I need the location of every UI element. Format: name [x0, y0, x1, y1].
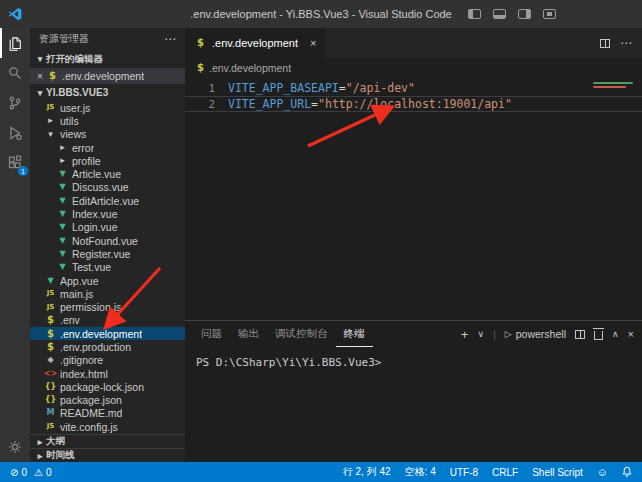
source-control-icon[interactable]	[0, 88, 30, 118]
close-panel-icon[interactable]: ×	[628, 329, 634, 340]
tree-item-Article.vue[interactable]: ▼Article.vue	[30, 167, 185, 180]
md-file-icon: M	[44, 409, 57, 417]
extensions-icon[interactable]: 1	[0, 148, 30, 178]
split-terminal-icon[interactable]	[575, 330, 585, 339]
bottom-panel: 问题输出调试控制台终端 + ∨ | ▷ powershell ∧ ×	[185, 320, 642, 462]
shell-selector[interactable]: ▷ powershell	[505, 328, 566, 340]
tree-item-error[interactable]: ▸error	[30, 141, 185, 154]
settings-gear-icon[interactable]	[0, 432, 30, 462]
tree-item-NotFound.vue[interactable]: ▼NotFound.vue	[30, 234, 185, 247]
tree-item-EditArticle.vue[interactable]: ▼EditArticle.vue	[30, 194, 185, 207]
close-icon[interactable]: ×	[310, 37, 316, 49]
git-file-icon: ◆	[44, 356, 57, 364]
timeline-section[interactable]: ▸ 时间线	[30, 448, 185, 462]
tree-item-README.md[interactable]: MREADME.md	[30, 407, 185, 420]
panel-tab-调试控制台[interactable]: 调试控制台	[267, 321, 336, 347]
status-item[interactable]: 行 2, 列 42	[343, 465, 391, 479]
tree-item-App.vue[interactable]: ▼App.vue	[30, 274, 185, 287]
panel-tab-终端[interactable]: 终端	[336, 321, 373, 347]
tree-item-.env.development[interactable]: $.env.development	[30, 327, 185, 340]
tree-item-main.js[interactable]: JSmain.js	[30, 287, 185, 300]
powershell-icon: ▷	[505, 329, 512, 339]
chevron-right-icon: ▸	[44, 116, 57, 125]
tab-env-development[interactable]: $ .env.development ×	[185, 28, 325, 58]
js-file-icon: JS	[44, 104, 57, 111]
workbench: 1 资源管理器 ⋯ ▾ 打开的编辑器 × $ .env.development	[0, 28, 642, 462]
panel-tab-问题[interactable]: 问题	[193, 321, 230, 347]
tree-item-.env.production[interactable]: $.env.production	[30, 340, 185, 353]
layout-controls	[468, 9, 642, 19]
minimap[interactable]	[593, 82, 637, 90]
open-editor-item[interactable]: × $ .env.development	[30, 68, 185, 84]
tree-item-label: .env	[60, 314, 80, 326]
env-key: VITE_APP_URL	[228, 97, 311, 111]
feedback-smiley-icon[interactable]: ☺	[597, 466, 608, 478]
tree-item-label: index.html	[60, 368, 108, 380]
tree-item-label: vite.config.js	[60, 421, 118, 433]
project-header[interactable]: ▾ YI.BBS.VUE3	[30, 84, 185, 101]
tree-item-Index.vue[interactable]: ▼Index.vue	[30, 207, 185, 220]
open-editors-label: 打开的编辑器	[46, 53, 103, 66]
tree-item-profile[interactable]: ▸profile	[30, 154, 185, 167]
chevron-down-icon: ▾	[34, 54, 46, 64]
tree-item-permission.js[interactable]: JSpermission.js	[30, 300, 185, 313]
panel-tab-输出[interactable]: 输出	[230, 321, 267, 347]
status-item[interactable]: CRLF	[492, 467, 518, 478]
env-value: "/api-dev"	[346, 81, 415, 95]
outline-section[interactable]: ▸ 大纲	[30, 434, 185, 448]
code-line-1[interactable]: 1 VITE_APP_BASEAPI="/api-dev"	[185, 80, 642, 96]
toggle-secondary-sidebar-icon[interactable]	[518, 9, 531, 19]
tree-item-user.js[interactable]: JSuser.js	[30, 101, 185, 114]
js-file-icon: JS	[44, 304, 57, 311]
status-item[interactable]: UTF-8	[450, 467, 478, 478]
search-icon[interactable]	[0, 58, 30, 88]
tree-item-views[interactable]: ▾views	[30, 128, 185, 141]
toggle-primary-sidebar-icon[interactable]	[468, 9, 481, 19]
maximize-panel-icon[interactable]: ∧	[612, 330, 619, 339]
extensions-badge: 1	[18, 166, 28, 176]
env-file-icon: $	[44, 342, 57, 352]
split-editor-icon[interactable]	[600, 39, 610, 48]
more-actions-icon[interactable]: ⋯	[620, 37, 632, 49]
problems-status[interactable]: ⊘ 0 ⚠ 0	[10, 467, 51, 478]
tree-item-.env[interactable]: $.env	[30, 314, 185, 327]
more-actions-icon[interactable]: ⋯	[164, 33, 176, 45]
minimap-line-1	[593, 82, 633, 84]
run-debug-icon[interactable]	[0, 118, 30, 148]
tree-item-package-lock.json[interactable]: {}package-lock.json	[30, 380, 185, 393]
terminal-output[interactable]: PS D:\CSharp\Yi\Yi.BBS.Vue3>	[185, 347, 642, 462]
status-items: 行 2, 列 42空格: 4UTF-8CRLFShell Script	[343, 465, 583, 479]
tree-item-label: Discuss.vue	[72, 181, 129, 193]
chevron-right-icon: ▸	[34, 451, 46, 461]
open-editors-header[interactable]: ▾ 打开的编辑器	[30, 50, 185, 68]
tree-item-Discuss.vue[interactable]: ▼Discuss.vue	[30, 181, 185, 194]
code-line-2[interactable]: 2 VITE_APP_URL="http://localhost:19001/a…	[185, 96, 642, 112]
vue-file-icon: ▼	[56, 263, 69, 271]
status-item[interactable]: 空格: 4	[405, 465, 436, 479]
tree-item-label: main.js	[60, 288, 93, 300]
tree-item-.gitignore[interactable]: ◆.gitignore	[30, 354, 185, 367]
explorer-icon[interactable]	[0, 28, 30, 58]
panel-actions: + ∨ | ▷ powershell ∧ ×	[461, 328, 634, 341]
breadcrumb[interactable]: $ .env.development	[185, 58, 642, 78]
customize-layout-icon[interactable]	[543, 9, 556, 19]
close-icon[interactable]: ×	[34, 71, 46, 82]
status-item[interactable]: Shell Script	[532, 467, 583, 478]
operator: =	[311, 97, 318, 111]
terminal-dropdown-icon[interactable]: ∨	[477, 330, 484, 339]
chevron-right-icon: ▸	[34, 437, 46, 447]
new-terminal-icon[interactable]: +	[461, 328, 469, 341]
tree-item-Login.vue[interactable]: ▼Login.vue	[30, 221, 185, 234]
notifications-bell-icon[interactable]	[622, 466, 632, 479]
toggle-panel-icon[interactable]	[493, 9, 506, 19]
tree-item-utils[interactable]: ▸utils	[30, 114, 185, 127]
tree-item-Register.vue[interactable]: ▼Register.vue	[30, 247, 185, 260]
timeline-label: 时间线	[46, 449, 75, 462]
tree-item-Test.vue[interactable]: ▼Test.vue	[30, 261, 185, 274]
tree-item-index.html[interactable]: <>index.html	[30, 367, 185, 380]
code-editor[interactable]: 1 VITE_APP_BASEAPI="/api-dev" 2 VITE_APP…	[185, 78, 642, 320]
tree-item-package.json[interactable]: {}package.json	[30, 394, 185, 407]
tree-item-vite.config.js[interactable]: JSvite.config.js	[30, 420, 185, 433]
kill-terminal-icon[interactable]	[594, 331, 603, 340]
chevron-right-icon: ▸	[56, 143, 69, 152]
